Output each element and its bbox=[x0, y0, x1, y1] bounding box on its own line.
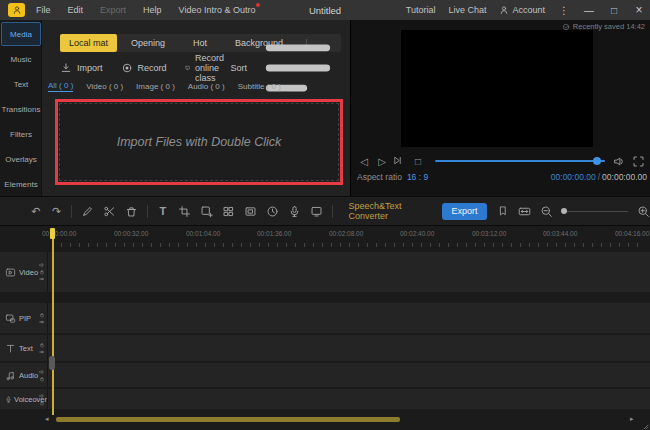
lock-toggle-icon[interactable] bbox=[39, 312, 45, 318]
playhead[interactable] bbox=[52, 228, 54, 415]
stop-button[interactable]: □ bbox=[409, 156, 427, 167]
lock-toggle-icon[interactable] bbox=[39, 400, 45, 406]
next-frame-button[interactable] bbox=[391, 155, 409, 168]
filter-subtitle[interactable]: Subtitle ( 0 ) bbox=[238, 82, 281, 91]
ruler-label: 00:01:36.00 bbox=[257, 230, 291, 237]
filter-all[interactable]: All ( 0 ) bbox=[48, 81, 73, 92]
export-button[interactable]: Export bbox=[442, 203, 488, 220]
lock-toggle-icon[interactable] bbox=[39, 269, 45, 275]
record-online-class-button[interactable]: Record online class bbox=[185, 53, 231, 83]
track-header-audio[interactable]: Audio bbox=[0, 363, 48, 387]
import-button[interactable]: Import bbox=[60, 62, 103, 74]
account-button[interactable]: Account bbox=[499, 5, 545, 15]
crop-button[interactable] bbox=[178, 205, 191, 218]
track-lane-audio[interactable] bbox=[49, 363, 650, 387]
filter-audio[interactable]: Audio ( 0 ) bbox=[188, 82, 225, 91]
track-lane-text[interactable] bbox=[49, 335, 650, 361]
speech-text-converter-button[interactable]: Speech&Text Converter bbox=[348, 201, 427, 221]
lock-toggle-icon[interactable] bbox=[39, 342, 45, 348]
fullscreen-icon[interactable] bbox=[632, 155, 645, 168]
zoom-out-button[interactable] bbox=[540, 205, 553, 218]
mute-toggle-icon[interactable] bbox=[39, 393, 45, 399]
delete-button[interactable] bbox=[125, 205, 138, 218]
track-lane-pip[interactable] bbox=[49, 303, 650, 333]
app-logo-icon[interactable] bbox=[8, 3, 25, 17]
scroll-left-arrow[interactable]: ◂ bbox=[45, 415, 49, 423]
video-preview[interactable] bbox=[401, 30, 593, 147]
lock-toggle-icon[interactable] bbox=[39, 376, 45, 382]
volume-icon[interactable] bbox=[613, 155, 626, 168]
filter-image[interactable]: Image ( 0 ) bbox=[136, 82, 175, 91]
track-header-pip[interactable]: PIP bbox=[0, 303, 48, 333]
seek-slider[interactable] bbox=[435, 153, 605, 169]
track-header-voiceover[interactable]: Voiceover bbox=[0, 389, 48, 409]
close-button[interactable]: × bbox=[633, 3, 645, 17]
horizontal-scrollbar[interactable] bbox=[56, 417, 400, 422]
menu-video-intro-outro[interactable]: Video Intro & Outro bbox=[179, 5, 256, 15]
voiceover-track-icon bbox=[5, 394, 12, 405]
redo-button[interactable]: ↷ bbox=[51, 204, 63, 218]
record-label: Record bbox=[138, 63, 167, 73]
playhead-handle[interactable] bbox=[50, 228, 55, 239]
freeze-frame-button[interactable] bbox=[244, 205, 257, 218]
sidebar-item-filters[interactable]: Filters bbox=[1, 122, 41, 146]
record-button[interactable]: Record bbox=[121, 62, 167, 74]
sidebar-item-overlays[interactable]: Overlays bbox=[1, 147, 41, 171]
edit-button[interactable] bbox=[81, 205, 94, 218]
voiceover-button[interactable] bbox=[288, 205, 301, 218]
toolbar-divider bbox=[332, 205, 333, 218]
visibility-toggle-icon[interactable] bbox=[39, 319, 45, 325]
add-text-button[interactable]: T bbox=[157, 204, 169, 218]
timeline-zoom-slider[interactable] bbox=[561, 205, 628, 217]
mute-toggle-icon[interactable] bbox=[39, 369, 45, 375]
undo-button[interactable]: ↶ bbox=[30, 204, 42, 218]
track-lane-voiceover[interactable] bbox=[49, 389, 650, 409]
tab-opening[interactable]: Opening bbox=[117, 34, 179, 52]
tab-hot[interactable]: Hot bbox=[179, 34, 221, 52]
record-screen-button[interactable] bbox=[310, 205, 323, 218]
seek-knob[interactable] bbox=[593, 157, 601, 165]
live-chat-link[interactable]: Live Chat bbox=[448, 5, 486, 15]
fit-timeline-button[interactable] bbox=[518, 205, 531, 218]
more-menu-button[interactable]: ⋮ bbox=[558, 5, 570, 16]
sidebar-item-text[interactable]: Text bbox=[1, 72, 41, 96]
previous-frame-button[interactable]: ◁ bbox=[355, 156, 373, 167]
track-header-video[interactable]: Video bbox=[0, 252, 48, 292]
mute-toggle-icon[interactable] bbox=[39, 262, 45, 268]
aspect-ratio-value[interactable]: 16 : 9 bbox=[407, 172, 428, 182]
pan-zoom-button[interactable] bbox=[200, 205, 213, 218]
tab-local-material[interactable]: Local mat bbox=[60, 34, 117, 52]
menu-edit[interactable]: Edit bbox=[68, 5, 84, 15]
visibility-toggle-icon[interactable] bbox=[39, 276, 45, 282]
visibility-toggle-icon[interactable] bbox=[39, 349, 45, 355]
mosaic-button[interactable] bbox=[222, 205, 235, 218]
tutorial-link[interactable]: Tutorial bbox=[406, 5, 436, 15]
resize-grip-icon[interactable] bbox=[641, 422, 649, 430]
menu-help[interactable]: Help bbox=[143, 5, 162, 15]
zoom-slider-knob[interactable] bbox=[561, 208, 567, 214]
timeline: 00:00:00.00 00:00:32.00 00:01:04.00 00:0… bbox=[0, 226, 650, 430]
menu-file[interactable]: File bbox=[36, 5, 51, 15]
sidebar-item-elements[interactable]: Elements bbox=[1, 172, 41, 196]
sidebar-item-media[interactable]: Media bbox=[1, 22, 41, 46]
library-sidebar: Media Music Text Transitions Filters Ove… bbox=[0, 20, 42, 196]
import-icon bbox=[60, 62, 72, 74]
play-button[interactable]: ▷ bbox=[373, 156, 391, 167]
zoom-in-button[interactable] bbox=[637, 205, 650, 218]
minimize-button[interactable]: — bbox=[583, 5, 595, 16]
menu-export[interactable]: Export bbox=[100, 5, 126, 15]
ruler-label: 00:00:32.00 bbox=[114, 230, 148, 237]
sidebar-item-transitions[interactable]: Transitions bbox=[1, 97, 41, 121]
notification-dot bbox=[256, 3, 260, 7]
filter-video[interactable]: Video ( 0 ) bbox=[86, 82, 123, 91]
marker-button[interactable] bbox=[497, 205, 509, 218]
playhead-grip[interactable] bbox=[49, 356, 55, 370]
track-lane-video[interactable] bbox=[49, 252, 650, 292]
scroll-right-arrow[interactable]: ▸ bbox=[630, 415, 634, 423]
split-button[interactable] bbox=[103, 205, 116, 218]
import-dropzone[interactable]: Import Files with Double Click bbox=[59, 103, 339, 181]
maximize-button[interactable]: □ bbox=[608, 5, 620, 16]
sidebar-item-music[interactable]: Music bbox=[1, 47, 41, 71]
speed-button[interactable] bbox=[266, 205, 279, 218]
track-header-text[interactable]: Text bbox=[0, 335, 48, 361]
